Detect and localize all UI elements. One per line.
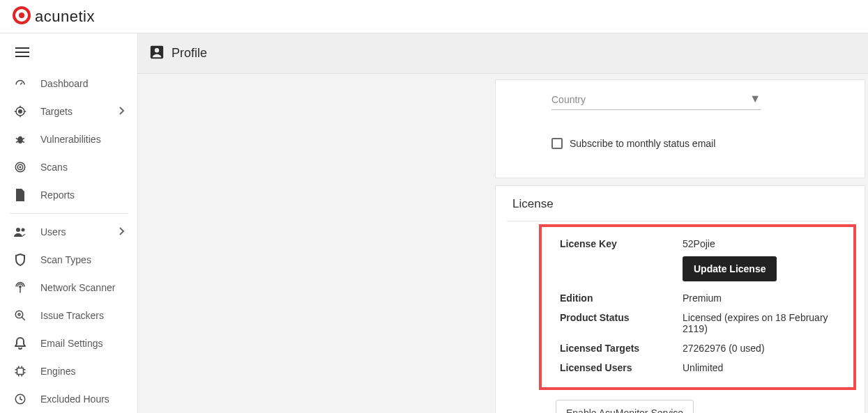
sidebar-item-vulnerabilities[interactable]: Vulnerabilities: [0, 125, 137, 153]
radar-icon: [13, 161, 28, 173]
license-panel: License License Key 52Pojie Update Licen…: [495, 185, 865, 413]
sidebar-item-label: Email Settings: [40, 338, 125, 349]
svg-point-7: [19, 110, 22, 114]
status-label: Product Status: [560, 312, 683, 334]
svg-point-24: [15, 311, 23, 318]
profile-panel: Country ▼ Subscribe to monthly status em…: [495, 79, 865, 178]
sidebar-item-label: Excluded Hours: [40, 393, 125, 405]
sidebar-item-scans[interactable]: Scans: [0, 153, 137, 181]
sidebar-item-network-scanner[interactable]: Network Scanner: [0, 274, 137, 302]
bell-icon: [13, 337, 28, 350]
topbar: acunetix: [0, 0, 868, 33]
sidebar-item-users[interactable]: Users: [0, 218, 137, 246]
enable-acumonitor-button[interactable]: Enable AcuMonitor Service: [556, 400, 694, 413]
svg-line-5: [20, 83, 22, 85]
edition-label: Edition: [560, 293, 683, 304]
sidebar-item-label: Users: [40, 226, 119, 237]
chevron-right-icon: [119, 226, 125, 237]
svg-rect-4: [15, 56, 29, 57]
sidebar-item-label: Scan Types: [40, 254, 125, 265]
chevron-right-icon: [119, 106, 125, 117]
page-header: Profile: [138, 33, 868, 74]
target-icon: [13, 105, 28, 118]
antenna-icon: [13, 281, 28, 294]
svg-rect-3: [15, 52, 29, 53]
sidebar-item-label: Scans: [40, 162, 125, 173]
svg-point-38: [155, 48, 159, 52]
svg-point-21: [22, 228, 25, 232]
country-select[interactable]: Country ▼: [551, 93, 761, 110]
country-label: Country: [551, 94, 586, 105]
subscribe-row: Subscribe to monthly status email: [551, 138, 853, 149]
svg-line-16: [22, 141, 24, 143]
search-gear-icon: [13, 309, 28, 322]
targets-value: 27262976 (0 used): [683, 343, 849, 354]
sidebar-item-label: Network Scanner: [40, 282, 125, 293]
license-title: License: [512, 197, 853, 211]
hamburger-icon: [15, 47, 29, 57]
sidebar: Dashboard Targets Vulnerabilities Scans …: [0, 33, 138, 413]
users-label: Licensed Users: [560, 362, 683, 373]
gauge-icon: [13, 77, 28, 90]
sidebar-item-email-settings[interactable]: Email Settings: [0, 329, 137, 357]
sidebar-item-label: Targets: [40, 106, 119, 117]
subscribe-checkbox[interactable]: [551, 138, 563, 149]
targets-label: Licensed Targets: [560, 343, 683, 354]
svg-point-19: [20, 166, 21, 168]
clock-icon: [13, 393, 28, 405]
profile-icon: [149, 45, 165, 63]
update-license-button[interactable]: Update License: [683, 256, 777, 281]
logo-icon: [13, 6, 31, 27]
license-highlight: License Key 52Pojie Update License Editi…: [539, 224, 856, 390]
svg-line-15: [16, 141, 18, 143]
chip-icon: [13, 365, 28, 377]
license-key-value: 52Pojie: [683, 238, 849, 249]
users-value: Unlimited: [683, 362, 849, 373]
edition-value: Premium: [683, 293, 849, 304]
sidebar-item-excluded-hours[interactable]: Excluded Hours: [0, 385, 137, 413]
svg-point-1: [19, 13, 24, 18]
license-key-label: License Key: [560, 238, 683, 249]
page-title: Profile: [172, 46, 207, 61]
sidebar-item-label: Dashboard: [40, 78, 125, 89]
sidebar-item-targets[interactable]: Targets: [0, 98, 137, 125]
svg-point-12: [17, 137, 23, 144]
bug-icon: [13, 133, 28, 146]
file-icon: [13, 189, 28, 201]
users-icon: [13, 226, 28, 237]
brand-logo: acunetix: [13, 6, 95, 27]
sidebar-divider: [10, 213, 128, 214]
sidebar-item-dashboard[interactable]: Dashboard: [0, 70, 137, 98]
sidebar-item-label: Issue Trackers: [40, 310, 125, 321]
sidebar-item-scan-types[interactable]: Scan Types: [0, 246, 137, 274]
svg-point-20: [16, 228, 20, 232]
subscribe-label: Subscribe to monthly status email: [570, 138, 715, 149]
sidebar-item-engines[interactable]: Engines: [0, 357, 137, 385]
caret-down-icon: ▼: [749, 93, 761, 105]
sidebar-item-label: Reports: [40, 189, 125, 201]
sidebar-item-label: Vulnerabilities: [40, 134, 125, 145]
sidebar-item-label: Engines: [40, 366, 125, 377]
content-area: Profile Country ▼ Subscribe to monthly s…: [138, 33, 868, 413]
divider: [507, 221, 853, 221]
shield-icon: [13, 254, 28, 266]
menu-toggle[interactable]: [0, 39, 137, 70]
sidebar-item-reports[interactable]: Reports: [0, 181, 137, 209]
svg-point-26: [18, 313, 20, 315]
status-value: Licensed (expires on 18 February 2119): [683, 312, 849, 334]
svg-rect-2: [15, 47, 29, 49]
sidebar-item-issue-trackers[interactable]: Issue Trackers: [0, 302, 137, 329]
brand-name: acunetix: [35, 8, 95, 26]
svg-line-25: [22, 317, 25, 320]
svg-rect-27: [17, 368, 24, 375]
